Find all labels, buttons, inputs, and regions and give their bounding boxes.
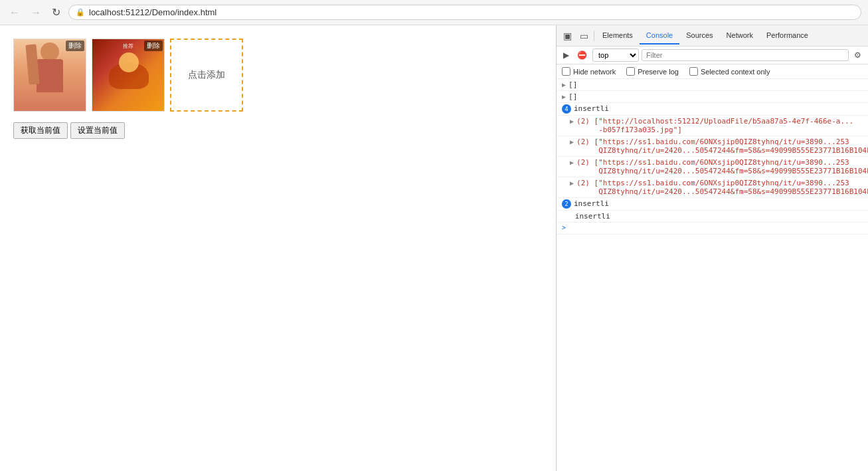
badge-4: 4 <box>562 104 571 114</box>
get-value-button[interactable]: 获取当前值 <box>13 122 68 139</box>
console-line-2: [] <box>557 91 868 103</box>
console-blue-arrow-icon[interactable]: > <box>562 224 566 231</box>
image-list: 删除 推荐 删除 点击添加 <box>13 39 543 112</box>
action-buttons: 获取当前值 设置当前值 <box>13 122 543 139</box>
delete-btn-1[interactable]: 删除 <box>66 41 84 51</box>
devtools-checks: Hide network Preserve log Selected conte… <box>557 64 868 79</box>
console-array-text-3: (2) ["https://ss1.baidu.com/6ONXsjip0QIZ… <box>576 158 868 175</box>
reload-button[interactable]: ↻ <box>49 5 63 20</box>
forward-button[interactable]: → <box>28 5 44 20</box>
context-select[interactable]: top <box>592 48 639 62</box>
console-array-text-4: (2) ["https://ss1.baidu.com/6ONXsjip0QIZ… <box>576 179 868 196</box>
console-line-insertli-plain: insertli <box>557 211 868 223</box>
console-text-1: [] <box>568 80 577 89</box>
address-bar[interactable]: 🔒 localhost:51212/Demo/index.html <box>68 5 861 20</box>
settings-gear-icon[interactable]: ⚙ <box>851 49 864 61</box>
device-icon-button[interactable]: ▭ <box>576 28 592 44</box>
console-array-text-2: (2) ["https://ss1.baidu.com/6ONXsjip0QIZ… <box>576 138 868 155</box>
console-output: [] [] 4 insertli (2) ["http://localhost:… <box>557 79 868 471</box>
tab-performance[interactable]: Performance <box>760 27 815 45</box>
console-line-insertli-4: 4 insertli <box>557 103 868 116</box>
image-item-1: 删除 <box>13 39 86 112</box>
badge-2: 2 <box>562 199 571 209</box>
image-item-2: 推荐 删除 <box>92 39 165 112</box>
console-array-2: (2) ["https://ss1.baidu.com/6ONXsjip0QIZ… <box>557 136 868 157</box>
browser-toolbar: ← → ↻ 🔒 localhost:51212/Demo/index.html <box>0 0 868 25</box>
tab-divider <box>594 31 594 41</box>
selected-context-label: Selected context only <box>701 68 770 76</box>
delete-btn-2[interactable]: 删除 <box>144 41 163 51</box>
add-placeholder[interactable]: 点击添加 <box>170 39 243 112</box>
block-icon: ⛔ <box>574 49 590 61</box>
hide-network-check[interactable]: Hide network <box>562 67 616 76</box>
devtools-panel: ▣ ▭ Elements Console Sources Network Per… <box>556 25 868 471</box>
preserve-log-check[interactable]: Preserve log <box>626 67 679 76</box>
arrow-arr-1[interactable] <box>570 117 574 125</box>
hide-network-label: Hide network <box>573 68 616 76</box>
arrow-arr-3[interactable] <box>570 158 574 166</box>
console-array-3: (2) ["https://ss1.baidu.com/6ONXsjip0QIZ… <box>557 157 868 177</box>
add-placeholder-text: 点击添加 <box>188 69 225 81</box>
filter-input[interactable] <box>642 49 849 61</box>
selected-context-checkbox[interactable] <box>689 67 698 76</box>
console-array-1: (2) ["http://localhost:51212/UploadFile/… <box>557 116 868 136</box>
preserve-log-checkbox[interactable] <box>626 67 635 76</box>
arrow-arr-2[interactable] <box>570 138 574 145</box>
tab-sources[interactable]: Sources <box>679 27 719 45</box>
set-value-button[interactable]: 设置当前值 <box>70 122 125 139</box>
console-line-insertli-2: 2 insertli <box>557 198 868 211</box>
preserve-log-label: Preserve log <box>638 68 679 76</box>
hide-network-checkbox[interactable] <box>562 67 570 76</box>
console-insertli-2-text: insertli <box>574 199 609 208</box>
devtools-toolbar2: ▶ ⛔ top ⚙ <box>557 47 868 64</box>
inspect-icon-button[interactable]: ▣ <box>559 28 576 44</box>
console-insertli-4-text: insertli <box>574 104 609 113</box>
arrow-arr-4[interactable] <box>570 179 574 187</box>
tab-console[interactable]: Console <box>640 27 679 45</box>
play-icon: ▶ <box>561 49 572 61</box>
main-area: 删除 推荐 删除 点击添加 获取当前值 设置当前值 <box>0 25 868 471</box>
console-insertli-plain-text: insertli <box>562 212 610 221</box>
tab-network[interactable]: Network <box>720 27 760 45</box>
arrow-1[interactable] <box>562 80 566 88</box>
console-array-4: (2) ["https://ss1.baidu.com/6ONXsjip0QIZ… <box>557 177 868 198</box>
console-array-text-1: (2) ["http://localhost:51212/UploadFile/… <box>576 117 853 134</box>
devtools-tabs: ▣ ▭ Elements Console Sources Network Per… <box>557 25 868 47</box>
arrow-2[interactable] <box>562 92 566 100</box>
console-line-blue-arrow: > <box>557 223 868 235</box>
selected-context-check[interactable]: Selected context only <box>689 67 770 76</box>
console-text-2: [] <box>568 92 577 101</box>
url-text: localhost:51212/Demo/index.html <box>89 7 217 17</box>
back-button[interactable]: ← <box>7 5 23 20</box>
console-line-1: [] <box>557 79 868 91</box>
tab-elements[interactable]: Elements <box>596 27 640 45</box>
page-content: 删除 推荐 删除 点击添加 获取当前值 设置当前值 <box>0 25 556 471</box>
lock-icon: 🔒 <box>76 8 85 17</box>
